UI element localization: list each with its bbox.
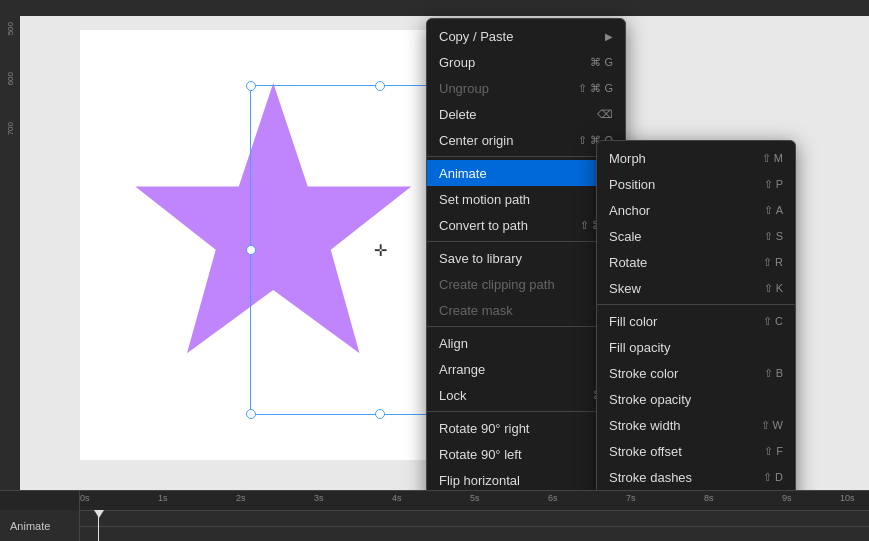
mark-2s: 2s bbox=[236, 493, 246, 503]
menu-item-stroke-opacity[interactable]: Stroke opacity bbox=[597, 386, 795, 412]
mark-6s: 6s bbox=[548, 493, 558, 503]
timeline-ruler: 0s 1s 2s 3s 4s 5s 6s 7s 8s 9s 10s bbox=[0, 490, 869, 510]
ruler-tick-500: 500 bbox=[6, 20, 15, 70]
star-shape[interactable] bbox=[135, 83, 411, 353]
ruler-left: 500 600 700 bbox=[0, 0, 20, 490]
ruler-tick-600: 600 bbox=[6, 70, 15, 120]
ruler-marks: 0s 1s 2s 3s 4s 5s 6s 7s 8s 9s 10s bbox=[80, 491, 869, 508]
ruler-top bbox=[20, 0, 869, 16]
menu-item-morph[interactable]: Morph ⇧ M bbox=[597, 145, 795, 171]
timeline-tracks-row: Animate bbox=[0, 510, 869, 541]
mark-5s: 5s bbox=[470, 493, 480, 503]
menu-item-group[interactable]: Group ⌘ G bbox=[427, 49, 625, 75]
menu-item-position[interactable]: Position ⇧ P bbox=[597, 171, 795, 197]
menu-item-fill-color[interactable]: Fill color ⇧ C bbox=[597, 308, 795, 334]
menu-item-stroke-offset[interactable]: Stroke offset ⇧ F bbox=[597, 438, 795, 464]
timeline: 0s 1s 2s 3s 4s 5s 6s 7s 8s 9s 10s Animat… bbox=[0, 490, 869, 541]
menu-item-stroke-color[interactable]: Stroke color ⇧ B bbox=[597, 360, 795, 386]
menu-item-rotate[interactable]: Rotate ⇧ R bbox=[597, 249, 795, 275]
sub-divider-1 bbox=[597, 304, 795, 305]
menu-item-fill-opacity[interactable]: Fill opacity bbox=[597, 334, 795, 360]
menu-item-stroke-width[interactable]: Stroke width ⇧ W bbox=[597, 412, 795, 438]
playhead-head bbox=[94, 510, 104, 518]
mark-10s: 10s bbox=[840, 493, 855, 503]
menu-item-scale[interactable]: Scale ⇧ S bbox=[597, 223, 795, 249]
mark-1s: 1s bbox=[158, 493, 168, 503]
track-line bbox=[80, 526, 869, 527]
menu-item-skew[interactable]: Skew ⇧ K bbox=[597, 275, 795, 301]
menu-item-anchor[interactable]: Anchor ⇧ A bbox=[597, 197, 795, 223]
animate-label: Animate bbox=[0, 510, 80, 541]
timeline-track-area[interactable] bbox=[80, 510, 869, 541]
context-menu-animate: Morph ⇧ M Position ⇧ P Anchor ⇧ A Scale … bbox=[596, 140, 796, 490]
menu-item-delete[interactable]: Delete ⌫ bbox=[427, 101, 625, 127]
mark-0s: 0s bbox=[80, 493, 90, 503]
menu-item-ungroup[interactable]: Ungroup ⇧ ⌘ G bbox=[427, 75, 625, 101]
ruler-tick-700: 700 bbox=[6, 120, 15, 170]
canvas-area: 500 600 700 ✛ Copy / Paste bbox=[0, 0, 869, 490]
mark-4s: 4s bbox=[392, 493, 402, 503]
menu-item-copy-paste[interactable]: Copy / Paste ▶ bbox=[427, 23, 625, 49]
mark-9s: 9s bbox=[782, 493, 792, 503]
menu-item-stroke-dashes[interactable]: Stroke dashes ⇧ D bbox=[597, 464, 795, 490]
mark-7s: 7s bbox=[626, 493, 636, 503]
mark-8s: 8s bbox=[704, 493, 714, 503]
mark-3s: 3s bbox=[314, 493, 324, 503]
